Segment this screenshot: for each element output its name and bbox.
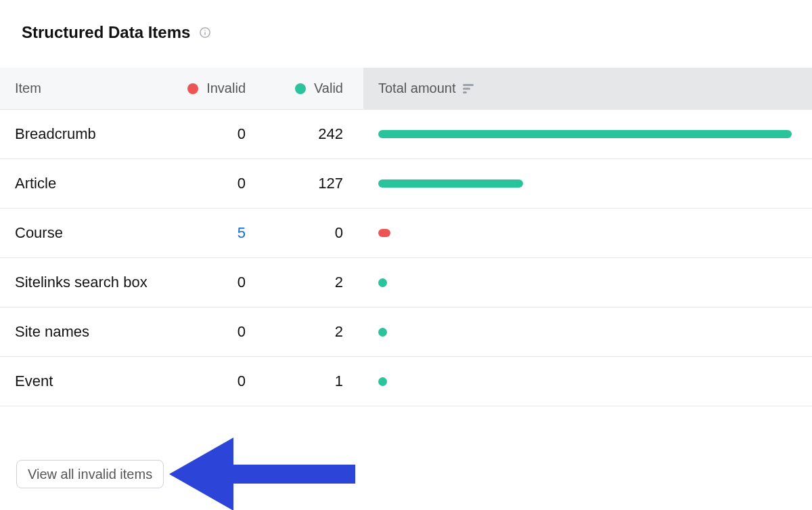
- column-header-item[interactable]: Item: [0, 68, 176, 109]
- column-header-item-label: Item: [15, 81, 41, 96]
- structured-data-table: Item Invalid Valid Total amount: [0, 68, 812, 406]
- total-amount-bar: [378, 229, 390, 237]
- table-header-row: Item Invalid Valid Total amount: [0, 68, 812, 110]
- info-icon[interactable]: [198, 26, 212, 39]
- item-name: Site names: [0, 323, 176, 341]
- table-row[interactable]: Article0127: [0, 159, 812, 209]
- total-amount-bar-cell: [363, 179, 812, 188]
- item-name: Course: [0, 224, 176, 242]
- item-name: Article: [0, 175, 176, 192]
- view-all-invalid-button[interactable]: View all invalid items: [16, 460, 164, 488]
- table-row[interactable]: Breadcrumb0242: [0, 110, 812, 159]
- valid-dot-icon: [295, 83, 306, 94]
- page-title: Structured Data Items: [22, 23, 190, 42]
- invalid-count: 0: [176, 323, 252, 341]
- invalid-count[interactable]: 5: [176, 224, 252, 242]
- column-header-valid[interactable]: Valid: [252, 68, 363, 109]
- total-amount-bar: [378, 328, 387, 337]
- table-row[interactable]: Site names02: [0, 307, 812, 357]
- item-name: Event: [0, 373, 176, 390]
- column-header-valid-label: Valid: [314, 81, 343, 96]
- valid-count: 2: [252, 274, 363, 291]
- total-amount-bar-cell: [363, 130, 812, 138]
- valid-count: 0: [252, 224, 363, 242]
- svg-marker-6: [169, 438, 355, 510]
- valid-count: 242: [252, 125, 363, 143]
- item-name: Sitelinks search box: [0, 274, 176, 291]
- total-amount-bar: [378, 179, 523, 188]
- table-row[interactable]: Course50: [0, 209, 812, 258]
- svg-rect-3: [463, 84, 474, 86]
- invalid-count: 0: [176, 373, 252, 390]
- column-header-total[interactable]: Total amount: [363, 68, 812, 109]
- total-amount-bar-cell: [363, 328, 812, 337]
- invalid-count: 0: [176, 175, 252, 192]
- svg-rect-5: [463, 91, 467, 93]
- valid-count: 1: [252, 373, 363, 390]
- column-header-invalid-label: Invalid: [206, 81, 246, 96]
- total-amount-bar: [378, 130, 792, 138]
- callout-arrow-icon: [169, 438, 359, 510]
- column-header-total-label: Total amount: [378, 81, 456, 96]
- sort-desc-icon: [463, 84, 475, 93]
- total-amount-bar-cell: [363, 377, 812, 386]
- svg-rect-4: [463, 87, 470, 89]
- total-amount-bar-cell: [363, 278, 812, 287]
- table-row[interactable]: Event01: [0, 357, 812, 406]
- column-header-invalid[interactable]: Invalid: [176, 68, 252, 109]
- invalid-dot-icon: [187, 83, 198, 94]
- svg-point-2: [205, 30, 206, 31]
- valid-count: 127: [252, 175, 363, 192]
- valid-count: 2: [252, 323, 363, 341]
- total-amount-bar: [378, 377, 387, 386]
- total-amount-bar: [378, 278, 387, 287]
- total-amount-bar-cell: [363, 229, 812, 237]
- invalid-count: 0: [176, 125, 252, 143]
- item-name: Breadcrumb: [0, 125, 176, 143]
- invalid-count: 0: [176, 274, 252, 291]
- table-row[interactable]: Sitelinks search box02: [0, 258, 812, 307]
